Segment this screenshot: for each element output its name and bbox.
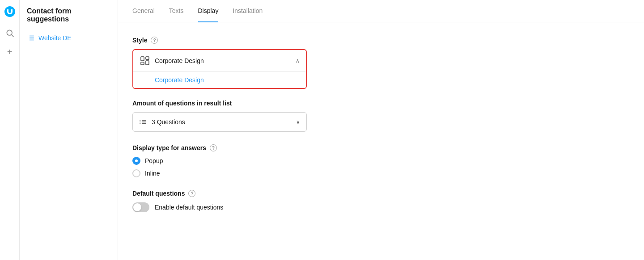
dropdown-option-corporate-design[interactable]: Corporate Design [133, 71, 306, 88]
radio-label-popup: Popup [145, 157, 163, 164]
chevron-down-icon: ∨ [296, 119, 300, 125]
questions-dropdown[interactable]: 3 Questions ∨ [132, 112, 307, 132]
toggle-label: Enable default questions [155, 204, 223, 211]
style-section: Style ? Corporate Design [132, 37, 630, 89]
svg-rect-11 [146, 61, 149, 65]
tab-display[interactable]: Display [198, 0, 219, 22]
toggle-knob [133, 203, 141, 211]
list-icon [27, 34, 35, 42]
sidebar-item-website-de[interactable]: Website DE [20, 30, 118, 46]
main-content: General Texts Display Installation Style… [118, 0, 644, 260]
list-lines-icon [139, 118, 147, 126]
default-questions-toggle[interactable] [132, 202, 149, 212]
radio-circle-inline [132, 169, 140, 177]
style-dropdown[interactable]: Corporate Design ∧ Corporate Design [132, 49, 307, 89]
display-type-help-icon[interactable]: ? [210, 144, 217, 151]
icon-bar: + [0, 0, 20, 260]
app-logo[interactable] [4, 5, 16, 18]
chevron-up-icon: ∧ [296, 58, 300, 64]
display-type-section: Display type for answers ? Popup Inline [132, 144, 630, 177]
default-questions-help-icon[interactable]: ? [188, 190, 195, 197]
radio-option-popup[interactable]: Popup [132, 157, 630, 165]
content-area: Style ? Corporate Design [118, 22, 644, 260]
svg-line-1 [11, 35, 13, 37]
tab-general[interactable]: General [132, 0, 155, 22]
questions-selected-value: 3 Questions [152, 118, 185, 126]
default-questions-label: Default questions ? [132, 190, 630, 197]
toggle-row: Enable default questions [132, 202, 630, 212]
tab-texts[interactable]: Texts [169, 0, 184, 22]
radio-circle-popup [132, 157, 140, 165]
sidebar-item-label: Website DE [38, 34, 72, 42]
svg-rect-9 [141, 62, 144, 65]
sidebar: Contact form suggestions Website DE [20, 0, 118, 260]
dropdown-header[interactable]: Corporate Design ∧ [133, 50, 306, 71]
sidebar-title: Contact form suggestions [20, 7, 118, 30]
amount-label: Amount of questions in result list [132, 100, 630, 107]
design-icon [140, 55, 150, 66]
radio-group-display-type: Popup Inline [132, 157, 630, 177]
display-type-label: Display type for answers ? [132, 144, 630, 151]
default-questions-section: Default questions ? Enable default quest… [132, 190, 630, 212]
tab-installation[interactable]: Installation [233, 0, 263, 22]
radio-label-inline: Inline [145, 170, 160, 177]
style-help-icon[interactable]: ? [151, 37, 158, 44]
dropdown-selected-value: Corporate Design [155, 57, 204, 64]
svg-rect-10 [146, 57, 149, 59]
tabs-bar: General Texts Display Installation [118, 0, 644, 22]
style-label: Style ? [132, 37, 630, 44]
search-icon[interactable] [5, 29, 14, 40]
svg-point-0 [7, 30, 12, 35]
radio-option-inline[interactable]: Inline [132, 169, 630, 177]
amount-section: Amount of questions in result list 3 Que… [132, 100, 630, 132]
svg-rect-8 [141, 57, 144, 61]
add-icon[interactable]: + [7, 47, 13, 57]
